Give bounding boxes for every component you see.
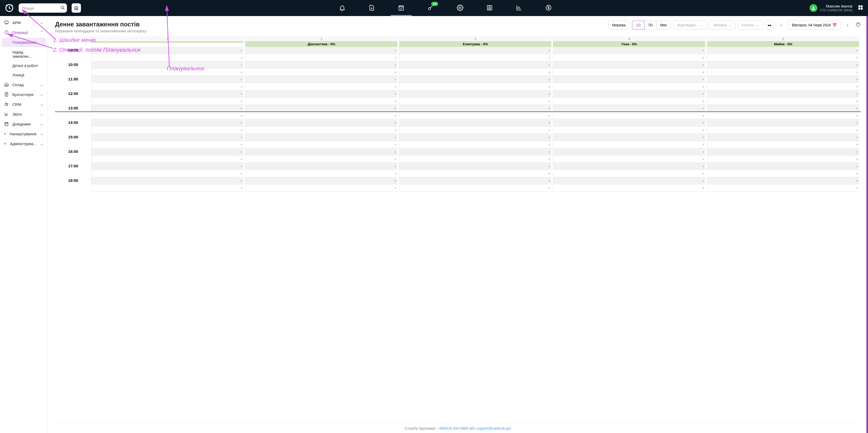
schedule-cell[interactable]: ++ xyxy=(707,61,859,76)
add-slot-button[interactable]: + xyxy=(548,143,550,146)
network-button[interactable]: Мережа xyxy=(608,21,629,29)
add-slot-button[interactable]: + xyxy=(240,143,243,146)
add-slot-button[interactable]: + xyxy=(702,56,704,59)
add-slot-button[interactable]: + xyxy=(548,128,550,132)
schedule-cell[interactable]: ++ xyxy=(399,119,551,134)
add-slot-button[interactable]: + xyxy=(548,85,550,88)
schedule-cell[interactable]: ++ xyxy=(245,148,397,163)
schedule-cell[interactable]: ++ xyxy=(399,163,551,177)
date-picker[interactable]: Вівторок, 04 Черв 2024 📅 xyxy=(788,21,841,29)
add-slot-button[interactable]: + xyxy=(240,136,243,139)
schedule-cell[interactable]: ++ xyxy=(245,76,397,90)
bell-icon[interactable] xyxy=(337,1,348,16)
schedule-cell[interactable]: ++ xyxy=(399,90,551,105)
add-slot-button[interactable]: + xyxy=(548,63,550,67)
sidebar-item-crm[interactable]: CRM ⌄ xyxy=(0,99,48,109)
add-slot-button[interactable]: + xyxy=(240,157,243,161)
add-slot-button[interactable]: + xyxy=(240,165,243,168)
add-slot-button[interactable]: + xyxy=(395,150,397,154)
add-slot-button[interactable]: + xyxy=(395,157,397,161)
add-slot-button[interactable]: + xyxy=(856,92,858,96)
schedule-cell[interactable]: ++ xyxy=(91,76,244,90)
add-slot-button[interactable]: + xyxy=(240,70,243,74)
schedule-cell[interactable]: ++ xyxy=(91,47,244,61)
schedule-cell[interactable]: ++ xyxy=(91,148,244,163)
sidebar-item-arm[interactable]: АРМ ⌄ xyxy=(0,18,48,27)
add-slot-button[interactable]: + xyxy=(548,99,550,103)
add-slot-button[interactable]: + xyxy=(395,56,397,59)
schedule-cell[interactable]: ++ xyxy=(707,119,859,134)
fast-forward-button[interactable]: ▸▸ xyxy=(765,21,774,29)
mechanic-select[interactable]: Механік ⌄ xyxy=(710,21,735,29)
add-slot-button[interactable]: + xyxy=(548,157,550,161)
add-slot-button[interactable]: + xyxy=(856,165,858,168)
add-slot-button[interactable]: + xyxy=(702,99,704,103)
responsible-select[interactable]: Відповідал... ⌄ xyxy=(673,21,707,29)
schedule-cell[interactable]: ++ xyxy=(245,47,397,61)
schedule-cell[interactable]: ++ xyxy=(91,134,244,148)
schedule-cell[interactable]: ++ xyxy=(91,105,244,119)
add-slot-button[interactable]: + xyxy=(702,107,704,110)
add-slot-button[interactable]: + xyxy=(240,56,243,59)
add-slot-button[interactable]: + xyxy=(856,172,858,175)
add-slot-button[interactable]: + xyxy=(856,157,858,161)
add-slot-button[interactable]: + xyxy=(856,85,858,88)
schedule-cell[interactable]: ++ xyxy=(707,47,859,61)
add-slot-button[interactable]: + xyxy=(240,63,243,67)
add-slot-button[interactable]: + xyxy=(702,70,704,74)
schedule-cell[interactable]: ++ xyxy=(707,105,859,119)
add-slot-button[interactable]: + xyxy=(240,179,243,183)
schedule-body[interactable]: 09:00++++++++++10:00++++++++++11:00+++++… xyxy=(55,47,861,424)
schedule-cell[interactable]: ++ xyxy=(553,105,705,119)
search-input[interactable] xyxy=(19,3,67,13)
dollar-icon[interactable] xyxy=(543,1,554,16)
schedule-cell[interactable]: ++ xyxy=(91,163,244,177)
add-slot-button[interactable]: + xyxy=(856,150,858,154)
add-slot-button[interactable]: + xyxy=(395,78,397,81)
schedule-cell[interactable]: ++ xyxy=(707,90,859,105)
schedule-cell[interactable]: ++ xyxy=(553,90,705,105)
add-slot-button[interactable]: + xyxy=(856,114,858,117)
schedule-cell[interactable]: ++ xyxy=(245,163,397,177)
schedule-cell[interactable]: ++ xyxy=(707,134,859,148)
add-slot-button[interactable]: + xyxy=(548,114,550,117)
bank-button[interactable] xyxy=(71,3,81,13)
add-slot-button[interactable]: + xyxy=(702,63,704,67)
sidebar-item-warehouse[interactable]: Склад ⌄ xyxy=(0,80,48,89)
add-slot-button[interactable]: + xyxy=(548,107,550,110)
schedule-cell[interactable]: ++ xyxy=(399,76,551,90)
schedule-cell[interactable]: ++ xyxy=(553,163,705,177)
schedule-cell[interactable]: ++ xyxy=(553,76,705,90)
add-slot-button[interactable]: + xyxy=(548,56,550,59)
add-slot-button[interactable]: + xyxy=(240,99,243,103)
contact-icon[interactable] xyxy=(484,1,495,16)
add-slot-button[interactable]: + xyxy=(395,172,397,175)
sidebar-item-admin[interactable]: Адмініструва... ⌄ xyxy=(0,139,48,148)
schedule-cell[interactable]: ++ xyxy=(91,61,244,76)
add-slot-button[interactable]: + xyxy=(856,49,858,52)
add-slot-button[interactable]: + xyxy=(856,186,858,190)
add-slot-button[interactable]: + xyxy=(702,172,704,175)
add-slot-button[interactable]: + xyxy=(548,78,550,81)
add-slot-button[interactable]: + xyxy=(702,49,704,52)
add-slot-button[interactable]: + xyxy=(702,143,704,146)
schedule-cell[interactable]: ++ xyxy=(553,119,705,134)
add-slot-button[interactable]: + xyxy=(856,78,858,81)
add-slot-button[interactable]: + xyxy=(702,157,704,161)
support-phone[interactable]: +38(044) 334-5889 xyxy=(437,426,468,430)
schedule-cell[interactable]: ++ xyxy=(245,61,397,76)
sidebar-item-reports[interactable]: Звіти ⌄ xyxy=(0,109,48,119)
add-slot-button[interactable]: + xyxy=(548,172,550,175)
add-slot-button[interactable]: + xyxy=(395,121,397,125)
schedule-cell[interactable]: ++ xyxy=(553,61,705,76)
next-day-button[interactable]: › xyxy=(843,21,852,29)
add-slot-button[interactable]: + xyxy=(856,99,858,103)
schedule-cell[interactable]: ++ xyxy=(245,119,397,134)
add-slot-button[interactable]: + xyxy=(548,179,550,183)
add-slot-button[interactable]: + xyxy=(702,150,704,154)
add-slot-button[interactable]: + xyxy=(395,49,397,52)
add-slot-button[interactable]: + xyxy=(395,128,397,132)
schedule-cell[interactable]: ++ xyxy=(245,177,397,192)
gear-icon[interactable] xyxy=(455,1,466,16)
clients-select[interactable]: Клієнти ⌄ xyxy=(738,21,763,29)
